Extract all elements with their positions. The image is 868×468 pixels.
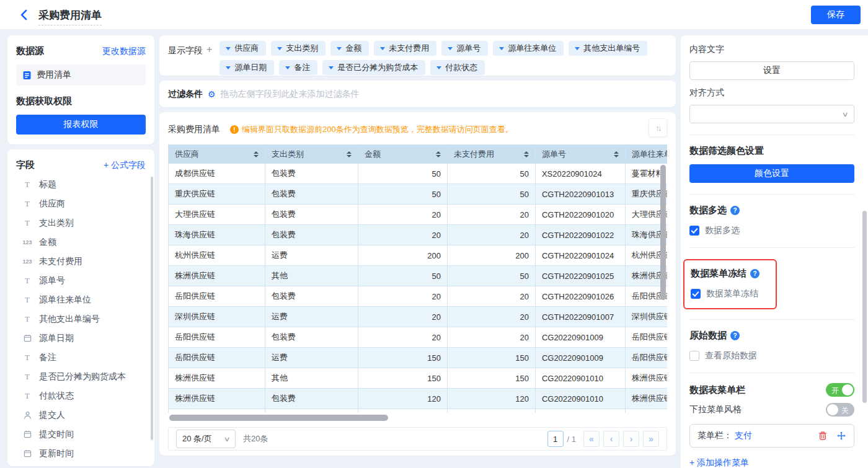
field-item[interactable]: 更新时间 <box>16 444 146 463</box>
column-header[interactable]: 供应商 <box>169 145 265 164</box>
top-bar: 采购费用清单 保存 <box>0 0 868 30</box>
table-row[interactable]: 成都供应链包装费5050XS20220901024蔓霍材料 <box>169 164 668 184</box>
display-field-chip[interactable]: 付款状态 <box>430 60 485 75</box>
add-formula-field-link[interactable]: + 公式字段 <box>104 160 146 171</box>
help-icon[interactable]: ? <box>730 331 740 340</box>
trash-icon[interactable] <box>818 431 828 441</box>
dropdown-style-toggle-off[interactable]: 关 <box>826 403 854 417</box>
filter-panel: 过滤条件 ⚙ 拖动左侧字段到此处来添加过滤条件 <box>159 81 676 107</box>
sort-arrows-icon[interactable] <box>436 151 441 157</box>
save-button[interactable]: 保存 <box>811 6 861 24</box>
table-row[interactable]: 重庆供应链包装费5050CGTH20220901013重庆供应链 <box>169 184 668 205</box>
field-label: 更新时间 <box>39 448 74 459</box>
move-icon[interactable] <box>836 431 846 441</box>
checkbox-checked-icon[interactable] <box>689 226 699 236</box>
menu-bar-item-value[interactable]: 支付 <box>735 430 752 441</box>
datasource-item[interactable]: 费用清单 <box>16 64 146 86</box>
table-row[interactable]: 大理供应链包装费2020CGTH20220901020大理供应链 <box>169 205 668 225</box>
field-item[interactable]: 提交时间 <box>16 425 146 444</box>
first-page-button[interactable]: « <box>583 431 600 447</box>
display-field-chip[interactable]: 是否已分摊为购货成本 <box>322 60 425 75</box>
field-label: 源单号 <box>39 275 65 286</box>
report-permission-button[interactable]: 报表权限 <box>16 115 146 135</box>
field-item[interactable]: T备注 <box>16 348 146 367</box>
raw-data-checkbox-row[interactable]: 查看原始数据 <box>689 350 854 361</box>
back-icon[interactable] <box>17 8 31 22</box>
display-field-chip[interactable]: 金额 <box>330 41 369 56</box>
table-cell: 50 <box>447 164 535 184</box>
sort-arrows-icon[interactable] <box>524 151 529 157</box>
field-item[interactable]: 源单日期 <box>16 329 146 348</box>
sort-arrows-icon[interactable] <box>347 151 352 157</box>
display-field-chip[interactable]: 源单号 <box>441 41 488 56</box>
table-row[interactable]: 岳阳供应链包装费2020CG20220901009岳阳供应链 <box>169 327 668 348</box>
table-body: 成都供应链包装费5050XS20220901024蔓霍材料重庆供应链包装费505… <box>169 164 668 413</box>
add-display-field-button[interactable]: + <box>206 44 212 55</box>
field-item[interactable]: T是否已分摊为购货成本 <box>16 367 146 386</box>
field-item[interactable]: T支出类别 <box>16 213 146 232</box>
sort-order-button[interactable]: ↑↓ <box>649 118 667 137</box>
display-field-chip[interactable]: 其他支出单编号 <box>569 41 647 56</box>
multi-select-title: 数据多选 <box>689 205 727 216</box>
sort-arrows-icon[interactable] <box>254 151 259 157</box>
page-size-select[interactable]: 20 条/页 ∨ <box>176 430 236 448</box>
table-row[interactable] <box>169 409 668 413</box>
field-item[interactable]: T源单号 <box>16 271 146 290</box>
table-cell: 200 <box>358 245 448 266</box>
table-row[interactable]: 株洲供应链其他150150CG20220901010株洲供应链 <box>169 368 668 389</box>
checkbox-unchecked-icon[interactable] <box>689 351 699 361</box>
window-scrollbar[interactable] <box>862 211 867 403</box>
color-settings-button[interactable]: 颜色设置 <box>689 164 854 183</box>
chevron-down-icon <box>575 47 580 50</box>
display-field-chip[interactable]: 未支付费用 <box>374 41 436 56</box>
next-page-button[interactable]: › <box>623 431 639 447</box>
help-icon[interactable]: ? <box>730 206 740 215</box>
field-item[interactable]: T其他支出单编号 <box>16 309 146 329</box>
menu-freeze-checkbox-row[interactable]: 数据菜单冻结 <box>691 288 760 299</box>
column-header[interactable]: 金额 <box>358 145 448 164</box>
column-header[interactable]: 源单往来单位 <box>625 145 667 164</box>
help-icon[interactable]: ? <box>750 269 760 278</box>
last-page-button[interactable]: » <box>643 431 659 447</box>
page-count: / 1 <box>567 435 576 444</box>
horizontal-scroll-thumb[interactable] <box>169 415 388 421</box>
content-text-settings-button[interactable]: 设置 <box>689 61 854 80</box>
field-item[interactable]: 123金额 <box>16 232 146 252</box>
menu-bar-toggle-on[interactable]: 开 <box>826 383 854 397</box>
table-row[interactable]: 珠海供应链包装费2020CGTH20220901022珠海供应链 <box>169 225 668 245</box>
align-select[interactable]: ∨ <box>689 105 854 123</box>
table-row[interactable]: 株洲供应链其他5050CGTH20220901025株洲供应链 <box>169 266 668 286</box>
table-vertical-scrollbar[interactable] <box>660 165 666 300</box>
table-row[interactable]: 岳阳供应链包装费2020CGTH20220901026岳阳供应链 <box>169 286 668 307</box>
display-field-chip[interactable]: 供应商 <box>219 41 266 56</box>
table-row[interactable]: 杭州供应链运费200200CGTH20220901024杭州供应链 <box>169 245 668 266</box>
table-cell: 包装费 <box>265 225 358 245</box>
display-field-chip[interactable]: 备注 <box>279 60 317 75</box>
display-field-chip[interactable]: 源单日期 <box>219 60 274 75</box>
checkbox-checked-icon[interactable] <box>691 289 701 299</box>
change-datasource-link[interactable]: 更改数据源 <box>102 46 146 57</box>
display-field-chip[interactable]: 支出类别 <box>271 41 326 56</box>
page-number-input[interactable]: 1 <box>547 431 564 447</box>
field-item[interactable]: 123未支付费用 <box>16 252 146 271</box>
column-header[interactable]: 源单号 <box>535 145 625 164</box>
sort-arrows-icon[interactable] <box>614 151 619 157</box>
column-header[interactable]: 未支付费用 <box>447 145 535 164</box>
table-row[interactable]: 株洲供应链包装费120120CG20220901010株洲供应链 <box>169 389 668 409</box>
display-field-chip[interactable]: 源单往来单位 <box>493 41 564 56</box>
field-item[interactable]: T源单往来单位 <box>16 290 146 309</box>
field-item[interactable]: T供应商 <box>16 194 146 213</box>
prev-page-button[interactable]: ‹ <box>603 431 619 447</box>
field-item[interactable]: T标题 <box>16 175 146 194</box>
table-cell: 20 <box>358 225 448 245</box>
field-item[interactable]: 提交人 <box>16 405 146 425</box>
table-row[interactable]: 岳阳供应链运费150150CG20220901009岳阳供应链 <box>169 348 668 368</box>
table-cell: CGTH20220901026 <box>535 286 625 307</box>
fields-scrollbar[interactable] <box>151 177 153 440</box>
multi-select-checkbox-row[interactable]: 数据多选 <box>689 225 854 236</box>
gear-icon[interactable]: ⚙ <box>208 89 216 99</box>
field-item[interactable]: T付款状态 <box>16 386 146 405</box>
add-action-menu-link[interactable]: + 添加操作菜单 <box>689 457 854 468</box>
table-row[interactable]: 深圳供应链运费2020CGTH20220901007深圳供应链 <box>169 307 668 327</box>
column-header[interactable]: 支出类别 <box>265 145 358 164</box>
